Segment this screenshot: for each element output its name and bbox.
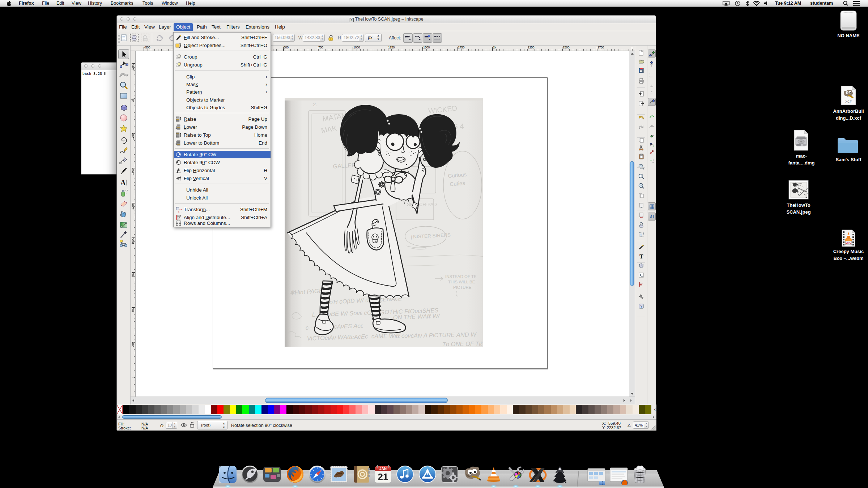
svg-text:21: 21	[378, 471, 388, 482]
svg-text:A: A	[120, 179, 126, 187]
svg-text:PICTURE: PICTURE	[453, 285, 472, 290]
svg-text:SKETCH-PAD: SKETCH-PAD	[407, 202, 437, 207]
svg-text:INSTEAD OF TE: INSTEAD OF TE	[445, 274, 477, 279]
svg-text:T: T	[639, 253, 643, 260]
svg-text:THIS WILL BE: THIS WILL BE	[448, 280, 475, 284]
svg-text:XCF: XCF	[845, 100, 852, 103]
svg-text:Tο ONE OF Tιℓ: Tο ONE OF Tιℓ	[442, 340, 482, 347]
svg-text:JAN: JAN	[379, 467, 387, 471]
svg-text:2.: 2.	[313, 101, 318, 107]
svg-text:?: ?	[640, 304, 642, 308]
svg-text:MKV: MKV	[846, 241, 852, 245]
